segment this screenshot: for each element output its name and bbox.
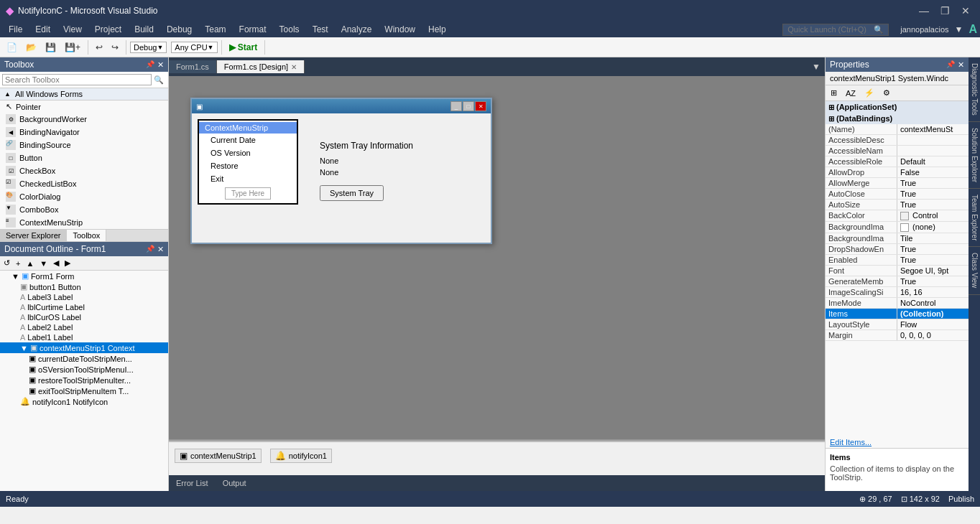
props-row-accessiblerole[interactable]: AccessibleRole Default (826, 156, 969, 167)
edit-items-link[interactable]: Edit Items... (826, 436, 969, 448)
save-btn[interactable]: 💾 (42, 40, 60, 55)
undo-btn[interactable]: ↩ (92, 40, 106, 55)
props-row-name[interactable]: (Name) contextMenuSt (826, 124, 969, 135)
tab-output[interactable]: Output (216, 477, 254, 489)
menu-window[interactable]: Window (379, 23, 421, 36)
doc-item-form1[interactable]: ▼ ▣ Form1 Form (0, 271, 168, 281)
props-row-backgroundima1[interactable]: BackgroundIma (none) (826, 222, 969, 233)
side-tab-class[interactable]: Class View (969, 247, 980, 294)
props-events-btn[interactable]: ⚡ (861, 87, 878, 99)
props-row-layoutstyle[interactable]: LayoutStyle Flow (826, 319, 969, 330)
doc-nav-fwd-btn[interactable]: ▶ (63, 258, 73, 268)
design-surface[interactable]: ▣ _ □ ✕ ContextMenuStrip Current Date (169, 76, 825, 439)
doc-nav-back-btn[interactable]: ◀ (51, 258, 61, 268)
tab-form1cs[interactable]: Form1.cs (169, 60, 217, 73)
doc-item-button1[interactable]: ▣ button1 Button (0, 281, 168, 292)
doc-item-exit[interactable]: ▣ exitToolStripMenuItem T... (0, 385, 168, 396)
doc-up-btn[interactable]: ▲ (24, 258, 36, 268)
props-row-items[interactable]: Items (Collection) (826, 309, 969, 319)
close-props-icon[interactable]: ✕ (958, 60, 964, 70)
pin-props-icon[interactable]: 📌 (946, 60, 955, 70)
toolbox-item-bindingnavigator[interactable]: ◀ BindingNavigator (0, 126, 168, 139)
props-row-margin[interactable]: Margin 0, 0, 0, 0 (826, 330, 969, 341)
doc-item-notifyicon1[interactable]: 🔔 notifyIcon1 NotifyIcon (0, 396, 168, 407)
toolbox-search-input[interactable] (2, 74, 152, 85)
props-row-accessibledesc[interactable]: AccessibleDesc (826, 135, 969, 146)
props-row-autoclose[interactable]: AutoClose True (826, 189, 969, 200)
props-row-accessiblenam[interactable]: AccessibleNam (826, 146, 969, 156)
props-row-imemode[interactable]: ImeMode NoControl (826, 298, 969, 309)
system-tray-button[interactable]: System Tray (320, 185, 384, 201)
tab-arrow-icon[interactable]: ▼ (808, 60, 825, 73)
props-row-dropshadowen[interactable]: DropShadowEn True (826, 244, 969, 255)
tray-notifyicon1[interactable]: 🔔 notifyIcon1 (270, 449, 332, 463)
toolbox-item-checkbox[interactable]: ☑ CheckBox (0, 164, 168, 177)
type-here-input[interactable]: Type Here (225, 187, 271, 200)
publish-label[interactable]: Publish (948, 495, 974, 504)
tab-form1cs-design[interactable]: Form1.cs [Design] ✕ (217, 60, 305, 73)
props-alphabetical-btn[interactable]: AZ (842, 87, 859, 99)
props-row-generatememb[interactable]: GenerateMemb True (826, 276, 969, 287)
menu-format[interactable]: Format (234, 23, 272, 36)
menu-view[interactable]: View (57, 23, 88, 36)
props-row-imagescalingsi[interactable]: ImageScalingSi 16, 16 (826, 287, 969, 298)
toolbox-tab[interactable]: Toolbox (67, 230, 106, 241)
props-categorized-btn[interactable]: ⊞ (827, 87, 841, 99)
toolbox-section-all-windows[interactable]: ▲ All Windows Forms (0, 88, 168, 100)
quick-launch-input[interactable] (787, 25, 874, 34)
side-tab-solution[interactable]: Solution Explorer (969, 122, 980, 189)
maximize-button[interactable]: ❐ (936, 4, 954, 18)
menu-test[interactable]: Test (307, 23, 334, 36)
menu-edit[interactable]: Edit (29, 23, 56, 36)
doc-down-btn[interactable]: ▼ (37, 258, 50, 268)
quick-launch-box[interactable]: 🔍 (782, 24, 889, 36)
props-section-databindings[interactable]: ⊞ (DataBindings) (826, 113, 969, 124)
start-button[interactable]: ▶ Start (226, 40, 262, 55)
menu-team[interactable]: Team (199, 23, 231, 36)
props-row-enabled[interactable]: Enabled True (826, 255, 969, 266)
props-row-autosize[interactable]: AutoSize True (826, 200, 969, 210)
context-menu-item-exit[interactable]: Exit (199, 172, 297, 185)
menu-file[interactable]: File (3, 23, 28, 36)
side-tab-team[interactable]: Team Explorer (969, 189, 980, 247)
doc-item-lblcuros[interactable]: A lblCurOS Label (0, 312, 168, 322)
menu-project[interactable]: Project (89, 23, 127, 36)
menu-build[interactable]: Build (129, 23, 160, 36)
tab-error-list[interactable]: Error List (169, 477, 216, 489)
side-tab-diagnostic[interactable]: Diagnostic Tools (969, 57, 980, 122)
doc-item-label2[interactable]: A Label2 Label (0, 322, 168, 332)
new-project-btn[interactable]: 📄 (3, 40, 21, 55)
pin-icon[interactable]: 📌 (146, 60, 154, 70)
toolbox-item-checkedlistbox[interactable]: ☑ CheckedListBox (0, 177, 168, 190)
props-row-allowmerge[interactable]: AllowMerge True (826, 178, 969, 189)
menu-help[interactable]: Help (422, 23, 452, 36)
menu-analyze[interactable]: Analyze (336, 23, 378, 36)
props-row-backgroundima2[interactable]: BackgroundIma Tile (826, 233, 969, 244)
context-menu-item-osversion[interactable]: OS Version (199, 146, 297, 159)
tray-contextmenustrip1[interactable]: ▣ contextMenuStrip1 (175, 449, 262, 463)
doc-item-label1[interactable]: A Label1 Label (0, 332, 168, 342)
server-explorer-tab[interactable]: Server Explorer (0, 230, 67, 241)
doc-item-lblcurtime[interactable]: A lblCurtime Label (0, 302, 168, 312)
doc-add-btn[interactable]: + (14, 258, 22, 268)
toolbox-item-backgroundworker[interactable]: ⚙ BackgroundWorker (0, 113, 168, 126)
platform-dropdown[interactable]: Any CPU ▼ (171, 42, 217, 53)
props-section-applicationset[interactable]: ⊞ (ApplicationSet) (826, 101, 969, 113)
open-btn[interactable]: 📂 (22, 40, 40, 55)
toolbox-item-pointer[interactable]: ↖ Pointer (0, 100, 168, 113)
props-settings-btn[interactable]: ⚙ (879, 87, 894, 99)
doc-item-osversion[interactable]: ▣ oSVersionToolStripMenuI... (0, 364, 168, 375)
doc-refresh-btn[interactable]: ↺ (1, 258, 12, 268)
menu-debug[interactable]: Debug (161, 23, 198, 36)
form-close-btn[interactable]: ✕ (475, 101, 486, 111)
close-toolbox-icon[interactable]: ✕ (157, 60, 164, 70)
menu-tools[interactable]: Tools (274, 23, 305, 36)
toolbox-item-button[interactable]: □ Button (0, 151, 168, 164)
minimize-button[interactable]: — (915, 4, 933, 18)
debug-mode-dropdown[interactable]: Debug ▼ (130, 42, 167, 53)
toolbox-item-combobox[interactable]: ▼ ComboBox (0, 203, 168, 216)
doc-item-label3[interactable]: A Label3 Label (0, 292, 168, 302)
doc-item-restore[interactable]: ▣ restoreToolStripMenuIter... (0, 375, 168, 385)
close-tab-icon[interactable]: ✕ (291, 63, 297, 71)
context-menu-item-currentdate[interactable]: Current Date (199, 134, 297, 146)
